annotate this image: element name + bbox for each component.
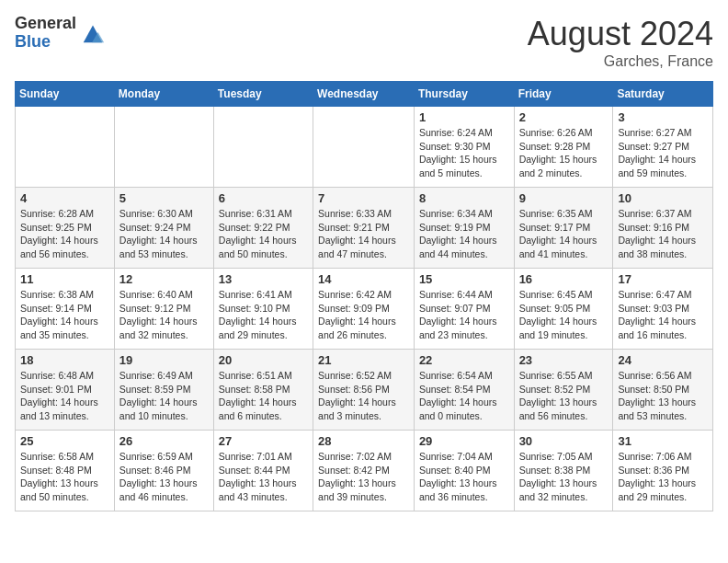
day-number: 18 (20, 353, 109, 367)
day-info: Sunrise: 7:06 AM Sunset: 8:36 PM Dayligh… (618, 450, 708, 504)
day-info: Sunrise: 6:47 AM Sunset: 9:03 PM Dayligh… (618, 288, 708, 342)
day-info: Sunrise: 6:31 AM Sunset: 9:22 PM Dayligh… (219, 207, 308, 261)
month-title: August 2024 Garches, France (528, 15, 713, 70)
day-info: Sunrise: 7:01 AM Sunset: 8:44 PM Dayligh… (219, 450, 308, 504)
calendar-cell: 8Sunrise: 6:34 AM Sunset: 9:19 PM Daylig… (414, 188, 514, 269)
calendar-table: SundayMondayTuesdayWednesdayThursdayFrid… (15, 81, 713, 511)
calendar-cell (16, 107, 115, 188)
day-number: 24 (618, 353, 708, 367)
day-info: Sunrise: 6:24 AM Sunset: 9:30 PM Dayligh… (419, 126, 509, 180)
calendar-week-2: 4Sunrise: 6:28 AM Sunset: 9:25 PM Daylig… (16, 188, 713, 269)
day-info: Sunrise: 6:45 AM Sunset: 9:05 PM Dayligh… (519, 288, 609, 342)
day-info: Sunrise: 6:56 AM Sunset: 8:50 PM Dayligh… (618, 369, 708, 423)
header-saturday: Saturday (613, 82, 713, 107)
calendar-cell: 9Sunrise: 6:35 AM Sunset: 9:17 PM Daylig… (514, 188, 613, 269)
header-thursday: Thursday (414, 82, 514, 107)
day-info: Sunrise: 6:54 AM Sunset: 8:54 PM Dayligh… (419, 369, 509, 423)
calendar-cell: 25Sunrise: 6:58 AM Sunset: 8:48 PM Dayli… (16, 431, 115, 511)
day-info: Sunrise: 6:51 AM Sunset: 8:58 PM Dayligh… (219, 369, 308, 423)
calendar-cell (114, 107, 213, 188)
day-number: 5 (119, 191, 209, 205)
day-number: 21 (318, 353, 409, 367)
day-number: 31 (618, 434, 708, 448)
calendar-cell: 15Sunrise: 6:44 AM Sunset: 9:07 PM Dayli… (414, 269, 514, 350)
day-number: 6 (219, 191, 308, 205)
day-info: Sunrise: 6:28 AM Sunset: 9:25 PM Dayligh… (20, 207, 109, 261)
day-info: Sunrise: 6:38 AM Sunset: 9:14 PM Dayligh… (20, 288, 109, 342)
calendar-cell: 5Sunrise: 6:30 AM Sunset: 9:24 PM Daylig… (114, 188, 213, 269)
day-info: Sunrise: 6:34 AM Sunset: 9:19 PM Dayligh… (419, 207, 509, 261)
page-header: General Blue August 2024 Garches, France (15, 15, 713, 70)
day-number: 10 (618, 191, 708, 205)
calendar-week-3: 11Sunrise: 6:38 AM Sunset: 9:14 PM Dayli… (16, 269, 713, 350)
day-info: Sunrise: 6:44 AM Sunset: 9:07 PM Dayligh… (419, 288, 509, 342)
day-number: 14 (318, 272, 409, 286)
day-info: Sunrise: 6:26 AM Sunset: 9:28 PM Dayligh… (519, 126, 609, 180)
header-friday: Friday (514, 82, 613, 107)
day-info: Sunrise: 6:58 AM Sunset: 8:48 PM Dayligh… (20, 450, 109, 504)
calendar-cell: 3Sunrise: 6:27 AM Sunset: 9:27 PM Daylig… (613, 107, 713, 188)
calendar-header: SundayMondayTuesdayWednesdayThursdayFrid… (16, 82, 713, 107)
calendar-cell: 29Sunrise: 7:04 AM Sunset: 8:40 PM Dayli… (414, 431, 514, 511)
month-year: August 2024 (528, 15, 713, 53)
calendar-cell: 24Sunrise: 6:56 AM Sunset: 8:50 PM Dayli… (613, 350, 713, 431)
header-sunday: Sunday (16, 82, 115, 107)
calendar-cell: 2Sunrise: 6:26 AM Sunset: 9:28 PM Daylig… (514, 107, 613, 188)
calendar-week-4: 18Sunrise: 6:48 AM Sunset: 9:01 PM Dayli… (16, 350, 713, 431)
calendar-cell: 28Sunrise: 7:02 AM Sunset: 8:42 PM Dayli… (313, 431, 415, 511)
day-info: Sunrise: 6:27 AM Sunset: 9:27 PM Dayligh… (618, 126, 708, 180)
header-monday: Monday (114, 82, 213, 107)
header-wednesday: Wednesday (313, 82, 415, 107)
day-number: 11 (20, 272, 109, 286)
calendar-cell: 17Sunrise: 6:47 AM Sunset: 9:03 PM Dayli… (613, 269, 713, 350)
calendar-cell: 10Sunrise: 6:37 AM Sunset: 9:16 PM Dayli… (613, 188, 713, 269)
calendar-week-1: 1Sunrise: 6:24 AM Sunset: 9:30 PM Daylig… (16, 107, 713, 188)
header-tuesday: Tuesday (213, 82, 313, 107)
calendar-cell: 26Sunrise: 6:59 AM Sunset: 8:46 PM Dayli… (114, 431, 213, 511)
day-number: 7 (318, 191, 409, 205)
calendar-cell: 18Sunrise: 6:48 AM Sunset: 9:01 PM Dayli… (16, 350, 115, 431)
day-number: 1 (419, 110, 509, 124)
location: Garches, France (528, 53, 713, 70)
calendar-cell: 22Sunrise: 6:54 AM Sunset: 8:54 PM Dayli… (414, 350, 514, 431)
day-info: Sunrise: 6:40 AM Sunset: 9:12 PM Dayligh… (119, 288, 209, 342)
day-number: 25 (20, 434, 109, 448)
calendar-cell: 14Sunrise: 6:42 AM Sunset: 9:09 PM Dayli… (313, 269, 415, 350)
calendar-body: 1Sunrise: 6:24 AM Sunset: 9:30 PM Daylig… (16, 107, 713, 511)
calendar-cell: 12Sunrise: 6:40 AM Sunset: 9:12 PM Dayli… (114, 269, 213, 350)
day-info: Sunrise: 6:55 AM Sunset: 8:52 PM Dayligh… (519, 369, 609, 423)
day-number: 16 (519, 272, 609, 286)
logo-icon (80, 20, 106, 46)
day-number: 28 (318, 434, 409, 448)
day-number: 30 (519, 434, 609, 448)
header-row: SundayMondayTuesdayWednesdayThursdayFrid… (16, 82, 713, 107)
day-info: Sunrise: 6:41 AM Sunset: 9:10 PM Dayligh… (219, 288, 308, 342)
day-info: Sunrise: 6:35 AM Sunset: 9:17 PM Dayligh… (519, 207, 609, 261)
day-info: Sunrise: 7:05 AM Sunset: 8:38 PM Dayligh… (519, 450, 609, 504)
calendar-cell: 11Sunrise: 6:38 AM Sunset: 9:14 PM Dayli… (16, 269, 115, 350)
calendar-cell: 7Sunrise: 6:33 AM Sunset: 9:21 PM Daylig… (313, 188, 415, 269)
day-info: Sunrise: 6:49 AM Sunset: 8:59 PM Dayligh… (119, 369, 209, 423)
day-info: Sunrise: 6:37 AM Sunset: 9:16 PM Dayligh… (618, 207, 708, 261)
day-number: 23 (519, 353, 609, 367)
logo: General Blue (15, 15, 106, 52)
calendar-cell: 6Sunrise: 6:31 AM Sunset: 9:22 PM Daylig… (213, 188, 313, 269)
calendar-cell: 30Sunrise: 7:05 AM Sunset: 8:38 PM Dayli… (514, 431, 613, 511)
calendar-cell: 1Sunrise: 6:24 AM Sunset: 9:30 PM Daylig… (414, 107, 514, 188)
calendar-cell: 20Sunrise: 6:51 AM Sunset: 8:58 PM Dayli… (213, 350, 313, 431)
day-info: Sunrise: 6:59 AM Sunset: 8:46 PM Dayligh… (119, 450, 209, 504)
day-info: Sunrise: 6:48 AM Sunset: 9:01 PM Dayligh… (20, 369, 109, 423)
calendar-cell: 23Sunrise: 6:55 AM Sunset: 8:52 PM Dayli… (514, 350, 613, 431)
day-number: 8 (419, 191, 509, 205)
day-number: 22 (419, 353, 509, 367)
day-info: Sunrise: 7:02 AM Sunset: 8:42 PM Dayligh… (318, 450, 409, 504)
logo-text: General Blue (15, 15, 76, 52)
day-info: Sunrise: 6:52 AM Sunset: 8:56 PM Dayligh… (318, 369, 409, 423)
calendar-cell: 13Sunrise: 6:41 AM Sunset: 9:10 PM Dayli… (213, 269, 313, 350)
day-number: 26 (119, 434, 209, 448)
calendar-cell: 4Sunrise: 6:28 AM Sunset: 9:25 PM Daylig… (16, 188, 115, 269)
calendar-cell: 21Sunrise: 6:52 AM Sunset: 8:56 PM Dayli… (313, 350, 415, 431)
logo-blue: Blue (15, 33, 76, 52)
day-number: 3 (618, 110, 708, 124)
calendar-week-5: 25Sunrise: 6:58 AM Sunset: 8:48 PM Dayli… (16, 431, 713, 511)
